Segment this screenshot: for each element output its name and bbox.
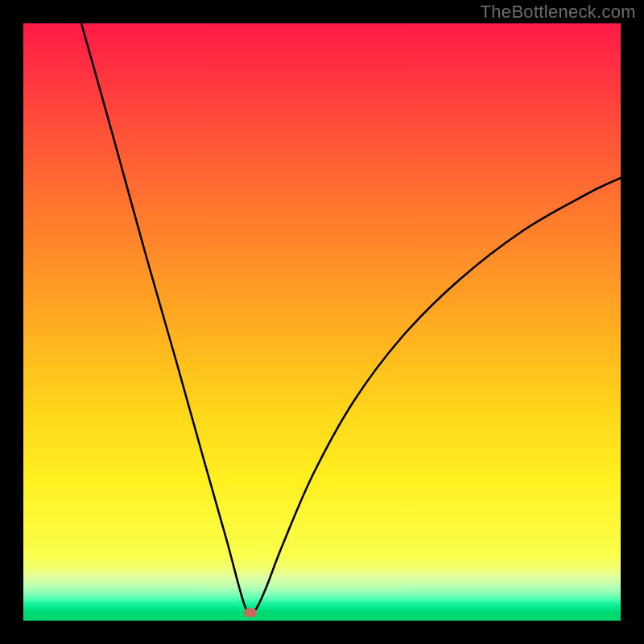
optimal-point-marker: [244, 609, 257, 617]
curve-layer: [23, 23, 621, 621]
chart-frame: TheBottleneck.com: [0, 0, 644, 644]
watermark-text: TheBottleneck.com: [481, 2, 636, 23]
plot-area: [23, 23, 621, 621]
bottleneck-curve: [81, 23, 621, 613]
